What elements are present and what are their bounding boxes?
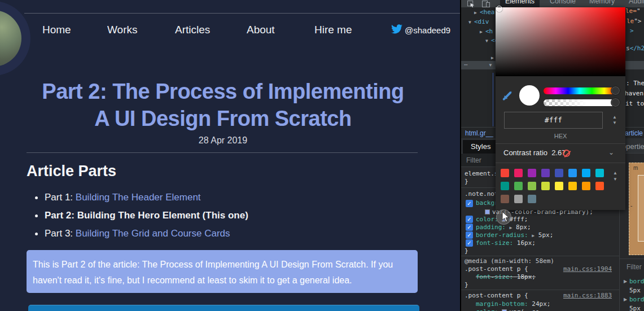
palette-swatch[interactable] [555,182,563,190]
nav-link-works[interactable]: Works [107,24,137,36]
hue-slider[interactable] [544,87,616,94]
tab-memory[interactable]: Memory [584,0,620,7]
page-title-line1: Part 2: The Process of Implementing [42,80,404,103]
computed-property-value: 5px [629,305,641,311]
dom-overflow-dots[interactable]: ⋯ [464,61,468,68]
palette-swatch[interactable] [501,182,509,190]
checkbox-padding[interactable]: ✓ [466,224,473,231]
page-title: Part 2: The Process of ImplementingA UI … [0,78,446,132]
palette-swatch[interactable] [582,182,590,190]
computed-property-name[interactable]: bord [629,296,644,303]
palette-spinner[interactable]: ▲▼ [612,170,619,183]
css-selector[interactable]: .post-content p { [465,292,528,300]
css-declaration-partial[interactable]: color: var(--co [476,308,539,311]
css-source-link[interactable]: main.css:1883 [563,292,612,299]
list-item-part2: Part 2: Building The Hero Element (This … [35,210,248,221]
palette-swatch[interactable] [501,169,509,177]
hex-input[interactable]: #fff [504,112,603,129]
palette-swatch[interactable] [568,182,577,190]
palette-swatch[interactable] [568,169,577,177]
box-model-margin[interactable]: m - [629,163,644,255]
tab-styles[interactable]: Styles [463,140,498,154]
palette-swatch[interactable] [541,169,550,177]
part1-link[interactable]: Building The Header Element [76,192,201,203]
breadcrumb-html[interactable]: html.gr__ [465,129,493,137]
css-declaration-overridden[interactable]: font-size: 18px; [476,273,536,281]
box-model-margin-label: m [633,165,638,171]
palette-swatch[interactable] [501,195,509,203]
list-item-part1: Part 1: Building The Header Element [35,192,201,203]
chevron-down-icon[interactable]: ⌄ [608,148,614,156]
palette-swatch[interactable] [514,195,523,203]
css-brace: } [465,281,468,289]
css-declaration-margin[interactable]: margin-bottom: 24px; [476,300,550,308]
screenshot-root: Home Works Articles About Hire me @shade… [0,0,644,311]
dom-fragment: s</h2 [626,45,644,52]
palette-swatch[interactable] [541,182,550,190]
computed-filter-placeholder[interactable]: Filter [627,263,642,271]
palette-swatch[interactable] [514,169,523,177]
hex-spinner[interactable]: ▲▼ [611,115,618,127]
nav-link-about[interactable]: About [247,24,275,36]
tab-elements[interactable]: Elements [500,0,540,7]
nav-link-hire-me[interactable]: Hire me [314,24,352,36]
dom-fragment: le"> [627,17,642,25]
part2-text: Part 2: Building The Hero Element (This … [45,210,248,221]
device-toolbar-icon[interactable] [482,1,490,7]
rule-separator [461,290,619,290]
expand-arrow-icon[interactable]: ▶ [624,297,627,302]
checkbox-color[interactable]: ✓ [466,216,473,223]
rule-separator [461,256,619,256]
palette-row [501,195,536,203]
eyedropper-icon[interactable] [501,89,514,102]
css-declaration-fontsize[interactable]: font-size: 16px; [476,239,536,247]
inspect-icon[interactable] [467,1,475,7]
breadcrumb-article[interactable]: article [625,129,643,137]
expand-arrow-icon[interactable]: ▶ [624,279,627,284]
palette-swatch[interactable] [582,169,590,177]
checkbox-background[interactable]: ✓ [466,200,473,207]
alpha-slider[interactable] [544,99,616,106]
twitter-icon[interactable] [391,24,402,34]
palette-swatch[interactable] [528,169,536,177]
alpha-slider-handle[interactable] [611,98,620,107]
palette-swatch[interactable] [595,169,604,177]
contrast-ratio-row[interactable]: Contrast ratio 2.67 [503,148,566,157]
palette-row [501,169,604,177]
checkbox-font-size[interactable]: ✓ [466,239,473,247]
nav-link-articles[interactable]: Articles [175,24,210,36]
color-swatch-brand[interactable] [485,209,490,214]
css-declaration-radius[interactable]: border-radius: ▶ 5px; [476,231,553,239]
css-source-link[interactable]: main.css:1904 [563,265,612,273]
hue-slider-handle[interactable] [611,86,620,95]
css-brace: } [465,247,468,255]
palette-swatch[interactable] [555,169,563,177]
part1-prefix: Part 1: [45,192,76,203]
part3-link[interactable]: Building The Grid and Course Cards [76,228,230,239]
palette-swatch[interactable] [595,182,604,190]
palette-swatch[interactable] [528,182,536,190]
bullet [35,233,38,235]
palette-row [501,182,604,190]
css-selector[interactable]: .post-content p { [465,265,528,273]
nav-link-home[interactable]: Home [42,24,71,36]
dom-expand-arrow[interactable]: ▼ [488,63,494,68]
expand-arrow-icon[interactable]: ▶ [510,225,512,230]
saturation-lightness-gradient[interactable] [496,7,625,76]
devtools-tabbar: Elements Console Memory Audits [461,0,644,7]
computed-property-name[interactable]: bord [629,278,644,285]
expand-arrow-icon[interactable]: ▶ [532,233,535,238]
css-brace: } [465,178,468,186]
checkbox-border-radius[interactable]: ✓ [466,231,473,239]
css-declaration-padding[interactable]: padding: ▶ 8px; [476,224,531,231]
tab-audits[interactable]: Audits [624,0,644,7]
gradient-selector-ring[interactable] [496,6,502,12]
palette-swatch[interactable] [528,195,536,203]
palette-swatch[interactable] [514,182,523,190]
note-line1: This is Part 2 of the article: The Proce… [33,260,393,269]
section-heading: Article Parts [27,163,116,180]
tab-console[interactable]: Console [545,0,581,7]
twitter-handle[interactable]: @shadeed9 [405,25,450,35]
box-model-border-box[interactable] [638,175,644,242]
color-picker: #fff ▲▼ HEX Contrast ratio 2.67 ⌄ ▲▼ [496,7,625,210]
